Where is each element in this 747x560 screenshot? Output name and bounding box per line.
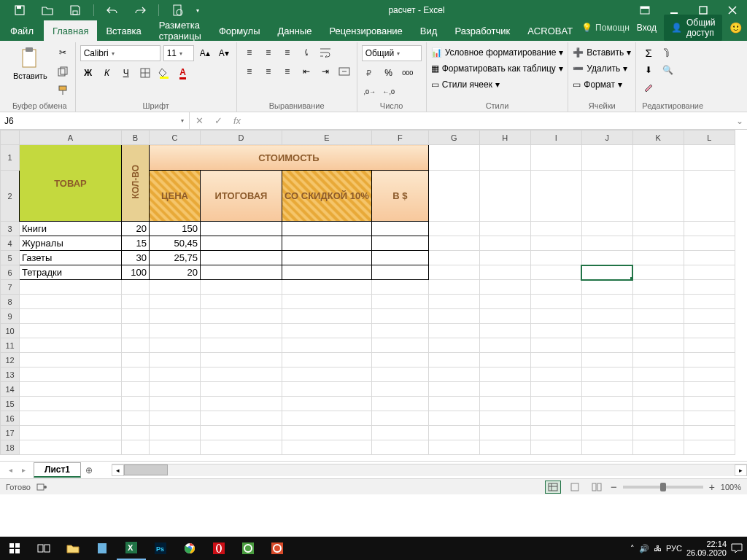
cell-L14[interactable] [684,382,735,397]
cell-F18[interactable] [371,440,428,455]
sort-filter-icon[interactable] [659,45,676,60]
fx-icon[interactable]: fx [228,115,247,126]
cell-E5[interactable] [282,251,372,265]
cell-F17[interactable] [371,426,428,440]
row-head-14[interactable]: 14 [1,382,20,397]
align-right-icon[interactable]: ≡ [279,64,295,79]
cell-J7[interactable] [581,280,632,295]
cell-H4[interactable] [479,236,530,251]
cell-H1[interactable] [479,145,530,171]
cell-I9[interactable] [530,309,581,324]
cell-G3[interactable] [428,222,479,236]
cell-J11[interactable] [581,338,632,353]
cell-B5[interactable]: 30 [122,251,150,265]
cell-C13[interactable] [150,368,201,382]
cell-C3[interactable]: 150 [150,222,201,236]
tab-data[interactable]: Данные [269,20,321,41]
cell-F15[interactable] [371,397,428,411]
file-explorer-icon[interactable] [58,537,88,560]
cell-I8[interactable] [530,295,581,309]
cell-G5[interactable] [428,251,479,265]
col-head-E[interactable]: E [282,131,372,145]
italic-button[interactable]: К [99,66,115,80]
cell-L10[interactable] [684,324,735,338]
row-head-17[interactable]: 17 [1,426,20,440]
sheet-tab-1[interactable]: Лист1 [34,462,81,478]
cell-H13[interactable] [479,368,530,382]
align-left-icon[interactable]: ≡ [241,64,258,79]
cell-D16[interactable] [201,411,282,426]
cell-J18[interactable] [581,440,632,455]
cell-D12[interactable] [201,353,282,368]
align-center-icon[interactable]: ≡ [260,64,276,79]
horizontal-scrollbar[interactable]: ◂ ▸ [112,464,747,476]
cell-styles-button[interactable]: ▭ Стили ячеек ▾ [431,77,500,92]
cell-J12[interactable] [581,353,632,368]
cell-J6[interactable] [581,265,632,280]
row-head-10[interactable]: 10 [1,324,20,338]
col-head-K[interactable]: K [632,131,684,145]
cell-A11[interactable] [20,338,122,353]
find-icon[interactable]: 🔍 [659,63,676,77]
zoom-in-icon[interactable]: + [709,481,715,493]
group-cells-label[interactable]: Ячейки [573,100,631,112]
tab-home[interactable]: Главная [44,20,97,41]
group-editing-label[interactable]: Редактирование [640,100,705,112]
cell-A6[interactable]: Тетрадки [20,265,122,280]
cell-L9[interactable] [684,309,735,324]
cell-L12[interactable] [684,353,735,368]
cell-G18[interactable] [428,440,479,455]
cell-E2[interactable]: СО СКИДКОЙ 10% [282,171,372,222]
cell-A5[interactable]: Газеты [20,251,122,265]
cell-A7[interactable] [20,280,122,295]
cell-B3[interactable]: 20 [122,222,150,236]
cell-A15[interactable] [20,397,122,411]
scroll-right-icon[interactable]: ▸ [735,464,747,476]
scroll-left-icon[interactable]: ◂ [112,464,124,476]
cell-G6[interactable] [428,265,479,280]
row-head-18[interactable]: 18 [1,440,20,455]
cell-L1[interactable] [684,145,735,171]
row-head-7[interactable]: 7 [1,280,20,295]
cell-J15[interactable] [581,397,632,411]
cell-D5[interactable] [201,251,282,265]
cell-C11[interactable] [150,338,201,353]
cell-E9[interactable] [282,309,372,324]
cell-K8[interactable] [632,295,684,309]
redo-icon[interactable] [128,0,152,20]
cell-I11[interactable] [530,338,581,353]
decrease-font-icon[interactable]: A▾ [216,46,232,61]
volume-icon[interactable]: 🔊 [639,544,649,553]
cell-G16[interactable] [428,411,479,426]
new-sheet-icon[interactable]: ⊕ [81,465,97,475]
cut-icon[interactable]: ✂ [55,45,71,60]
cell-C7[interactable] [150,280,201,295]
cell-B4[interactable]: 15 [122,236,150,251]
cell-E11[interactable] [282,338,372,353]
group-alignment-label[interactable]: Выравнивание [241,100,352,112]
formula-input[interactable] [247,116,732,126]
cell-E15[interactable] [282,397,372,411]
col-head-J[interactable]: J [581,131,632,145]
cell-C10[interactable] [150,324,201,338]
camtasia-icon[interactable] [233,537,263,560]
col-head-C[interactable]: C [150,131,201,145]
cell-A9[interactable] [20,309,122,324]
cell-L18[interactable] [684,440,735,455]
tab-acrobat[interactable]: ACROBAT [519,20,581,41]
row-head-13[interactable]: 13 [1,368,20,382]
delete-cells-button[interactable]: ➖ Удалить ▾ [573,61,627,76]
insert-cells-button[interactable]: ➕ Вставить ▾ [573,45,631,60]
group-number-label[interactable]: Число [362,100,422,112]
cell-I7[interactable] [530,280,581,295]
share-button[interactable]: 👤 Общий доступ [664,15,723,41]
col-head-D[interactable]: D [201,131,282,145]
expand-formula-bar-icon[interactable]: ⌄ [732,116,747,126]
cell-L17[interactable] [684,426,735,440]
cell-G14[interactable] [428,382,479,397]
cell-F7[interactable] [371,280,428,295]
view-pagebreak-icon[interactable] [589,481,605,494]
cell-J17[interactable] [581,426,632,440]
zoom-slider[interactable] [623,486,703,489]
cell-G12[interactable] [428,353,479,368]
